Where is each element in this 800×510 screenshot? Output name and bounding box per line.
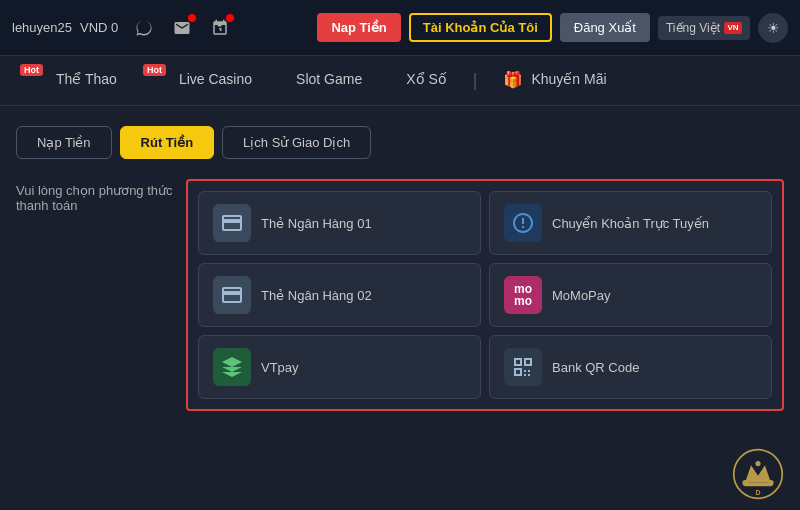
nav-label-khuyen-mai: Khuyến Mãi (531, 71, 606, 87)
nav-item-the-thao[interactable]: Hot Thể Thao (16, 56, 139, 106)
nav-item-live-casino[interactable]: Hot Live Casino (139, 56, 274, 106)
payment-label-the-ngan-hang-01: Thẻ Ngân Hàng 01 (261, 216, 372, 231)
calendar-badge (226, 14, 234, 22)
svg-rect-5 (743, 483, 772, 486)
payment-label-momopay: MoMoPay (552, 288, 611, 303)
dang-xuat-button[interactable]: Đăng Xuất (560, 13, 650, 42)
username: lehuyen25 (12, 20, 72, 35)
header-left: lehuyen25 VND 0 (12, 14, 234, 42)
mail-badge (188, 14, 196, 22)
nav-item-xo-so[interactable]: Xổ Số (384, 56, 469, 106)
language-selector[interactable]: Tiếng Việt VN (658, 16, 750, 40)
payment-label-chuyen-khoan: Chuyển Khoản Trực Tuyến (552, 216, 709, 231)
nav-label-slot-game: Slot Game (296, 71, 362, 87)
payment-label-vtpay: VTpay (261, 360, 299, 375)
content-area: Vui lòng chọn phương thức thanh toán Thẻ… (16, 179, 784, 411)
chat-icon[interactable] (130, 14, 158, 42)
tab-rut-tien[interactable]: Rút Tiền (120, 126, 215, 159)
nav-item-slot-game[interactable]: Slot Game (274, 56, 384, 106)
nap-tien-button[interactable]: Nap Tiền (317, 13, 400, 42)
svg-point-4 (755, 461, 760, 466)
svg-text:D: D (756, 489, 761, 496)
payment-label-the-ngan-hang-02: Thẻ Ngân Hàng 02 (261, 288, 372, 303)
balance-label: VND 0 (80, 20, 118, 35)
hot-badge-live-casino: Hot (143, 64, 166, 76)
bank-card-icon-02 (213, 276, 251, 314)
transfer-icon (504, 204, 542, 242)
tabs: Nạp Tiền Rút Tiền Lịch Sử Giao Dịch (16, 126, 784, 159)
payment-item-chuyen-khoan[interactable]: Chuyển Khoản Trực Tuyến (489, 191, 772, 255)
payment-instruction: Vui lòng chọn phương thức thanh toán (16, 179, 186, 411)
main-content: Nạp Tiền Rút Tiền Lịch Sử Giao Dịch Vui … (0, 106, 800, 510)
sun-icon: ☀ (767, 20, 780, 36)
header: lehuyen25 VND 0 Nap Tiền Tài Khoản Của T… (0, 0, 800, 56)
header-icons (130, 14, 234, 42)
nav-item-khuyen-mai[interactable]: 🎁 Khuyến Mãi (481, 56, 628, 106)
payment-item-momopay[interactable]: momo MoMoPay (489, 263, 772, 327)
lang-label: Tiếng Việt (666, 21, 720, 35)
hot-badge-the-thao: Hot (20, 64, 43, 76)
momo-icon: momo (504, 276, 542, 314)
bank-card-icon-01 (213, 204, 251, 242)
nav-label-the-thao: Thể Thao (56, 71, 117, 87)
payment-label-bank-qr: Bank QR Code (552, 360, 639, 375)
qr-icon (504, 348, 542, 386)
mail-icon[interactable] (168, 14, 196, 42)
payment-grid-wrapper: Thẻ Ngân Hàng 01 Chuyển Khoản Trực Tuyến… (186, 179, 784, 411)
payment-item-the-ngan-hang-02[interactable]: Thẻ Ngân Hàng 02 (198, 263, 481, 327)
payment-item-vtpay[interactable]: VTpay (198, 335, 481, 399)
payment-grid: Thẻ Ngân Hàng 01 Chuyển Khoản Trực Tuyến… (198, 191, 772, 399)
vtpay-icon (213, 348, 251, 386)
nav-label-live-casino: Live Casino (179, 71, 252, 87)
nav-label-xo-so: Xổ Số (406, 71, 447, 87)
calendar-icon[interactable] (206, 14, 234, 42)
payment-item-the-ngan-hang-01[interactable]: Thẻ Ngân Hàng 01 (198, 191, 481, 255)
vn-flag: VN (724, 22, 742, 34)
tai-khoan-button[interactable]: Tài Khoản Của Tôi (409, 13, 552, 42)
nav-divider: | (473, 70, 478, 91)
navigation: Hot Thể Thao Hot Live Casino Slot Game X… (0, 56, 800, 106)
crown-logo: D (732, 448, 784, 500)
tab-nap-tien[interactable]: Nạp Tiền (16, 126, 112, 159)
payment-item-bank-qr[interactable]: Bank QR Code (489, 335, 772, 399)
gift-icon: 🎁 (503, 70, 523, 89)
user-info: lehuyen25 VND 0 (12, 20, 118, 35)
header-right: Nap Tiền Tài Khoản Của Tôi Đăng Xuất Tiế… (317, 13, 788, 43)
tab-lich-su[interactable]: Lịch Sử Giao Dịch (222, 126, 371, 159)
brightness-button[interactable]: ☀ (758, 13, 788, 43)
